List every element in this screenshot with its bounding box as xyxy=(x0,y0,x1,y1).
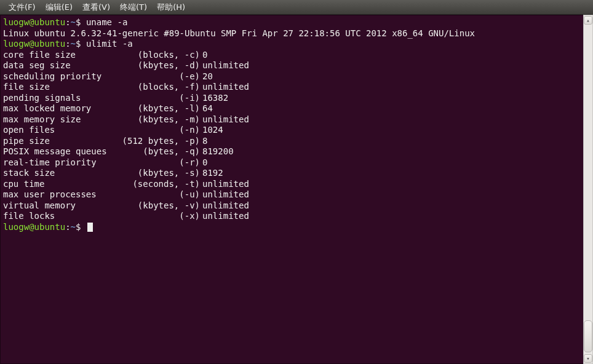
ulimit-unit: (blocks, -c) xyxy=(121,50,200,61)
ulimit-name: max user processes xyxy=(3,189,121,200)
ulimit-unit: (-x) xyxy=(121,211,200,222)
ulimit-unit: (512 bytes, -p) xyxy=(121,136,200,147)
ulimit-name: cpu time xyxy=(3,179,121,190)
prompt-line-1: luogw@ubuntu:~$ uname -a xyxy=(3,17,581,28)
prompt-line-2: luogw@ubuntu:~$ ulimit -a xyxy=(3,39,581,50)
ulimit-row: pending signals(-i)16382 xyxy=(3,93,581,104)
scroll-thumb[interactable] xyxy=(584,320,592,352)
ulimit-row: pipe size(512 bytes, -p)8 xyxy=(3,136,581,147)
ulimit-value: 0 xyxy=(200,50,207,61)
prompt-line-3: luogw@ubuntu:~$ xyxy=(3,222,581,233)
ulimit-name: pending signals xyxy=(3,93,121,104)
ulimit-row: POSIX message queues(bytes, -q)819200 xyxy=(3,146,581,157)
menu-view[interactable]: 查看(V) xyxy=(78,1,115,14)
ulimit-value: 8 xyxy=(200,136,207,147)
ulimit-value: unlimited xyxy=(200,189,249,200)
menubar: 文件(F) 编辑(E) 查看(V) 终端(T) 帮助(H) xyxy=(0,0,593,15)
ulimit-unit: (seconds, -t) xyxy=(121,179,200,190)
ulimit-row: cpu time(seconds, -t)unlimited xyxy=(3,179,581,190)
prompt-symbol: $ xyxy=(76,17,81,27)
cwd-path: ~ xyxy=(71,17,76,27)
scrollbar[interactable]: ▴ ▾ xyxy=(583,15,593,364)
user-host: luogw@ubuntu xyxy=(3,17,65,27)
ulimit-value: 819200 xyxy=(200,146,234,157)
ulimit-row: virtual memory(kbytes, -v)unlimited xyxy=(3,200,581,212)
ulimit-unit: (-e) xyxy=(121,71,200,82)
scroll-track[interactable] xyxy=(584,25,592,354)
ulimit-value: unlimited xyxy=(200,179,249,190)
ulimit-row: real-time priority(-r)0 xyxy=(3,157,581,168)
menu-help[interactable]: 帮助(H) xyxy=(152,1,190,14)
ulimit-unit: (-u) xyxy=(121,189,200,200)
ulimit-name: open files xyxy=(3,125,121,136)
ulimit-name: data seg size xyxy=(3,60,121,71)
ulimit-value: 16382 xyxy=(200,93,228,104)
scroll-down-button[interactable]: ▾ xyxy=(584,354,592,363)
ulimit-value: unlimited xyxy=(200,200,249,212)
menu-file[interactable]: 文件(F) xyxy=(4,1,41,14)
ulimit-unit: (kbytes, -l) xyxy=(121,103,200,114)
ulimit-unit: (kbytes, -m) xyxy=(121,114,200,125)
ulimit-value: 1024 xyxy=(200,125,223,136)
ulimit-value: 64 xyxy=(200,103,213,114)
ulimit-unit: (-i) xyxy=(121,93,200,104)
ulimit-name: max locked memory xyxy=(3,103,121,114)
ulimit-name: real-time priority xyxy=(3,157,121,168)
ulimit-unit: (-r) xyxy=(121,157,200,168)
ulimit-unit: (kbytes, -s) xyxy=(121,168,200,179)
cursor-block xyxy=(87,223,93,232)
menu-edit[interactable]: 编辑(E) xyxy=(41,1,78,14)
ulimit-name: virtual memory xyxy=(3,200,121,212)
ulimit-value: unlimited xyxy=(200,114,249,125)
menu-terminal[interactable]: 终端(T) xyxy=(115,1,152,14)
ulimit-row: file locks(-x)unlimited xyxy=(3,211,581,222)
ulimit-row: max locked memory(kbytes, -l)64 xyxy=(3,103,581,114)
ulimit-row: core file size(blocks, -c)0 xyxy=(3,50,581,61)
ulimit-name: file size xyxy=(3,82,121,93)
scroll-up-button[interactable]: ▴ xyxy=(584,16,592,25)
ulimit-value: unlimited xyxy=(200,211,249,222)
ulimit-name: stack size xyxy=(3,168,121,179)
cmd-1: uname -a xyxy=(86,17,127,27)
ulimit-row: file size(blocks, -f)unlimited xyxy=(3,82,581,93)
cmd-2: ulimit -a xyxy=(86,39,133,49)
ulimit-name: max memory size xyxy=(3,114,121,125)
ulimit-row: max user processes(-u)unlimited xyxy=(3,189,581,200)
ulimit-name: file locks xyxy=(3,211,121,222)
ulimit-row: open files(-n)1024 xyxy=(3,125,581,136)
ulimit-name: pipe size xyxy=(3,136,121,147)
uname-output: Linux ubuntu 2.6.32-41-generic #89-Ubunt… xyxy=(3,28,581,39)
ulimit-name: core file size xyxy=(3,50,121,61)
ulimit-value: 8192 xyxy=(200,168,223,179)
ulimit-row: scheduling priority(-e)20 xyxy=(3,71,581,82)
ulimit-row: data seg size(kbytes, -d)unlimited xyxy=(3,60,581,71)
ulimit-row: stack size(kbytes, -s)8192 xyxy=(3,168,581,179)
ulimit-value: unlimited xyxy=(200,60,249,71)
ulimit-unit: (-n) xyxy=(121,125,200,136)
ulimit-unit: (blocks, -f) xyxy=(121,82,200,93)
terminal-output[interactable]: luogw@ubuntu:~$ uname -aLinux ubuntu 2.6… xyxy=(0,15,583,364)
ulimit-unit: (bytes, -q) xyxy=(121,146,200,157)
ulimit-row: max memory size(kbytes, -m)unlimited xyxy=(3,114,581,125)
ulimit-value: unlimited xyxy=(200,82,249,93)
ulimit-value: 0 xyxy=(200,157,207,168)
ulimit-unit: (kbytes, -d) xyxy=(121,60,200,71)
ulimit-unit: (kbytes, -v) xyxy=(121,200,200,212)
ulimit-name: scheduling priority xyxy=(3,71,121,82)
ulimit-value: 20 xyxy=(200,71,213,82)
ulimit-name: POSIX message queues xyxy=(3,146,121,157)
